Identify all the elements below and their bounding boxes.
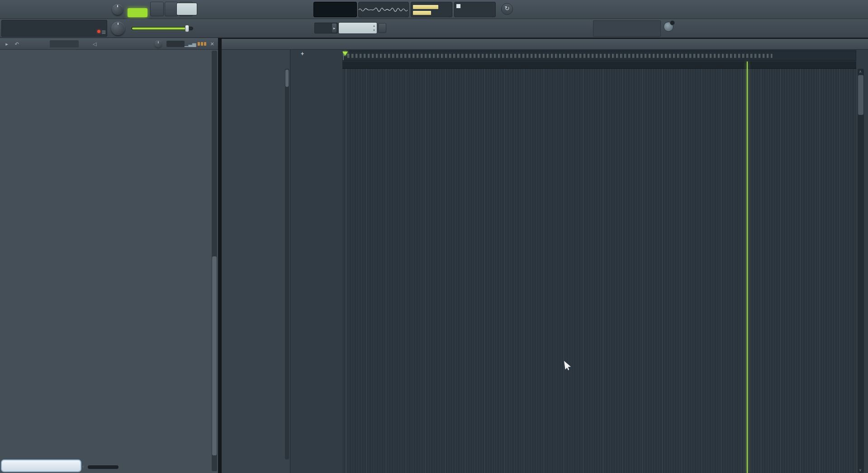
rack-horizontal-scrollbar[interactable]: ‹ [82,465,218,470]
track-headers [292,69,342,473]
notification-badge [670,20,675,25]
cpu-meter-icon [456,4,460,8]
timeline-ruler[interactable] [342,61,856,69]
picker-scrollbar[interactable] [285,69,289,459]
master-volume-handle[interactable] [185,25,189,32]
pat-song-switch[interactable] [128,2,147,17]
pat-mode-button[interactable] [128,2,147,8]
song-mode-button[interactable] [128,8,147,17]
news-panel[interactable] [593,20,661,37]
globe-icon[interactable] [664,22,674,32]
tempo-display[interactable] [176,3,197,15]
pattern-nav-arrow[interactable]: ▸ [332,23,337,33]
scroll-down-chevron[interactable]: ∨ [859,468,862,472]
pattern-picker-panel [222,50,290,473]
peak-meter-right [413,11,431,15]
master-volume-slider[interactable] [131,27,193,30]
oscilloscope-panel[interactable] [358,2,409,17]
close-icon[interactable]: ✕ [208,40,216,47]
playlist-corner-tabs: + [292,50,342,58]
playlist-vertical-scrollbar[interactable]: ∧ ∨ [858,69,864,473]
ime-language-bar [1,459,81,472]
playhead-marker[interactable] [342,52,348,56]
master-volume-fill [132,28,186,29]
channel-rack-titlebar[interactable]: ▸ ↶ ◁ ▁▃▅ ✕ [0,38,218,50]
scroll-up-chevron[interactable]: ∧ [859,70,862,74]
secondary-toolbar: ▥ ▸ ▸ ▲▼ [0,19,868,38]
graph-editor-icon[interactable]: ▁▃▅ [185,40,193,47]
time-display[interactable] [313,2,357,17]
channel-filter-dropdown[interactable] [50,40,79,47]
pattern-stepper[interactable]: ▲▼ [373,24,375,33]
channel-rack-window: ▸ ↶ ◁ ▁▃▅ ✕ ‹ [0,38,218,473]
main-volume-knob[interactable] [112,4,123,15]
add-track-button[interactable]: + [301,51,304,57]
playlist-canvas[interactable]: ‹ [342,50,856,473]
fl-studio-window: ↻ ▥ ▸ ▸ ▲▼ [0,0,868,473]
pause-button[interactable] [150,2,164,16]
speaker-icon: ◁ [90,40,99,47]
hint-panel: ▥ [1,20,107,37]
rack-play-icon[interactable]: ▸ [3,40,11,47]
master-pitch-knob[interactable] [111,22,125,35]
hint-record-dot [97,30,100,33]
add-pattern-button[interactable] [378,23,386,33]
rack-undo-icon[interactable]: ↶ [13,40,21,47]
cpu-memory-panel[interactable] [454,2,496,17]
pattern-selector[interactable]: ▲▼ [338,22,377,34]
playlist-titlebar[interactable] [222,39,868,50]
workspace: ▸ ↶ ◁ ▁▃▅ ✕ ‹ [0,38,868,473]
peak-meter-left [413,5,438,9]
rack-vertical-scrollbar[interactable] [212,51,217,471]
main-toolbar: ↻ [0,0,868,19]
channel-list [0,51,210,473]
swing-knob[interactable] [155,40,162,47]
sync-refresh-button[interactable]: ↻ [501,3,513,15]
scroll-left-arrow[interactable]: ‹ [82,464,84,469]
hint-bin-icon: ▥ [102,29,106,34]
swing-display [166,41,185,47]
peak-meter-panel[interactable] [411,2,452,17]
playhead-line [747,61,748,473]
playlist-window: + ‹ ∧ ∨ [222,39,868,473]
keyboard-editor-icon[interactable] [198,42,206,46]
arrangement-minimap[interactable]: ‹ [342,51,856,61]
track-lanes[interactable] [342,69,856,473]
